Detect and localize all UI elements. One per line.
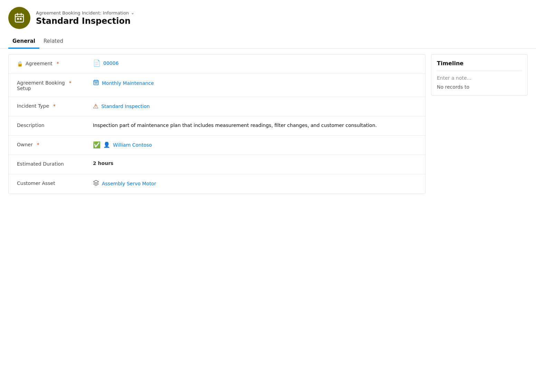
field-agreement: 🔒 Agreement * 📄 00006 [9,55,425,74]
document-icon: 📄 [93,60,100,66]
value-estimated-duration: 2 hours [93,160,417,166]
timeline-title: Timeline [437,60,522,67]
svg-rect-11 [96,82,97,84]
label-text: Customer Asset [17,180,55,186]
duration-text: 2 hours [93,160,113,166]
avatar-icon [14,12,25,23]
owner-link[interactable]: William Contoso [113,142,152,148]
page-title: Standard Inspection [36,16,134,26]
customer-asset-link[interactable]: Assembly Servo Motor [102,181,156,186]
description-text: Inspection part of maintenance plan that… [93,122,377,129]
label-text: Owner [17,142,33,147]
tab-general[interactable]: General [8,35,39,49]
svg-rect-0 [15,14,23,22]
timeline-no-records: No records to [437,84,522,90]
label-estimated-duration: Estimated Duration [17,160,93,167]
label-agreement: 🔒 Agreement * [17,60,93,67]
field-incident-type: Incident Type * ⚠️ Standard Inspection [9,97,425,116]
chevron-down-icon[interactable]: ⌄ [131,10,134,15]
form-panel: 🔒 Agreement * 📄 00006 Agreement BookingS… [8,54,425,194]
label-text: Estimated Duration [17,161,64,167]
value-incident-type: ⚠️ Standard Inspection [93,102,417,110]
header-subtitle: Agreement Booking Incident: Information … [36,10,134,16]
value-booking-setup: Monthly Maintenance [93,79,417,87]
booking-icon [93,79,99,87]
label-text: Incident Type [17,103,49,109]
value-customer-asset: Assembly Servo Motor [93,180,417,187]
agreement-link[interactable]: 00006 [103,60,119,66]
timeline-panel: Timeline Enter a note... No records to [431,54,528,96]
field-booking-setup: Agreement BookingSetup * Monthly Mainten… [9,74,425,97]
page-avatar [8,7,30,29]
label-text: Agreement [26,61,52,66]
label-text: Agreement BookingSetup [17,80,65,91]
field-owner: Owner * ✅ 👤 William Contoso [9,136,425,155]
label-description: Description [17,122,93,128]
header-text-group: Agreement Booking Incident: Information … [36,10,134,26]
value-agreement: 📄 00006 [93,60,417,66]
svg-rect-4 [17,18,19,20]
subtitle-text: Agreement Booking Incident: Information [36,10,129,16]
value-owner: ✅ 👤 William Contoso [93,141,417,148]
main-content: 🔒 Agreement * 📄 00006 Agreement BookingS… [0,54,536,194]
label-owner: Owner * [17,141,93,147]
timeline-note-input[interactable]: Enter a note... [437,75,522,81]
warning-icon: ⚠️ [93,102,98,110]
lock-icon: 🔒 [17,61,23,67]
booking-setup-link[interactable]: Monthly Maintenance [102,80,154,86]
required-indicator: * [37,142,39,147]
required-indicator: * [53,103,56,109]
required-indicator: * [57,61,59,66]
person-icon: 👤 [103,141,110,148]
check-circle-icon: ✅ [93,141,100,148]
svg-rect-5 [20,18,21,20]
tab-bar: General Related [0,35,536,49]
timeline-divider [437,71,522,71]
label-text: Description [17,122,45,128]
field-estimated-duration: Estimated Duration 2 hours [9,155,425,174]
field-customer-asset: Customer Asset Assembly Servo Motor [9,174,425,194]
label-customer-asset: Customer Asset [17,180,93,186]
value-description: Inspection part of maintenance plan that… [93,122,417,129]
svg-rect-6 [94,80,98,85]
required-indicator: * [69,80,71,86]
label-booking-setup: Agreement BookingSetup * [17,79,93,91]
field-description: Description Inspection part of maintenan… [9,116,425,136]
svg-rect-10 [95,82,96,84]
page-header: Agreement Booking Incident: Information … [0,0,536,35]
incident-type-link[interactable]: Standard Inspection [101,104,150,109]
label-incident-type: Incident Type * [17,102,93,109]
asset-icon [93,180,99,187]
tab-related[interactable]: Related [39,35,67,49]
